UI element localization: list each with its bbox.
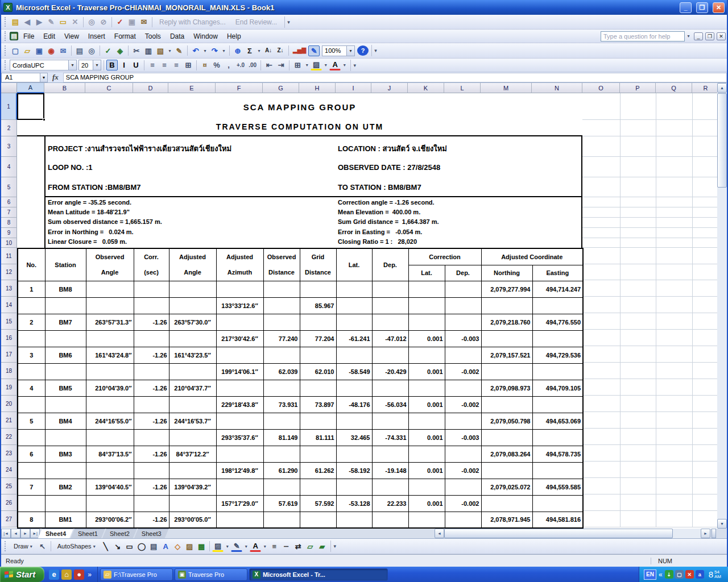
cell[interactable] xyxy=(532,363,583,380)
cell[interactable]: -47.012 xyxy=(372,330,408,347)
cell[interactable] xyxy=(18,330,45,347)
cell[interactable]: -0.002 xyxy=(445,462,481,479)
first-sheet-icon[interactable]: |◄ xyxy=(1,529,11,538)
cell[interactable] xyxy=(134,281,169,297)
cell[interactable]: 494,776.550 xyxy=(532,314,583,330)
cell[interactable] xyxy=(336,413,372,429)
menu-window[interactable]: Window xyxy=(189,31,222,42)
format-painter-icon[interactable]: ✎ xyxy=(173,45,185,56)
column-header-f[interactable]: F xyxy=(216,83,263,93)
cell[interactable] xyxy=(263,297,300,314)
cell[interactable] xyxy=(336,446,372,462)
cell[interactable]: -48.176 xyxy=(336,396,372,413)
cell[interactable] xyxy=(300,413,336,429)
cell[interactable]: 2,078,971.945 xyxy=(481,512,532,528)
menu-view[interactable]: View xyxy=(60,31,84,42)
cell[interactable]: 210°04′37.7″ xyxy=(169,380,216,396)
line-style-icon[interactable]: ≡ xyxy=(268,541,280,552)
fill-color-icon[interactable]: ▨ xyxy=(212,541,224,552)
cell[interactable]: -0.003 xyxy=(445,429,481,446)
cell[interactable]: 0.001 xyxy=(408,363,445,380)
decrease-decimal-icon[interactable]: .00 xyxy=(247,60,258,70)
cell[interactable] xyxy=(336,512,372,528)
scroll-left-icon[interactable]: ◄ xyxy=(435,529,444,538)
scroll-up-icon[interactable]: ▲ xyxy=(717,83,727,93)
cell[interactable] xyxy=(445,446,481,462)
report-title[interactable]: SCA MAPPING GROUP xyxy=(17,93,582,120)
cell[interactable] xyxy=(45,429,86,446)
stat-line[interactable]: Sum observed distance = 1,665.157 m. xyxy=(48,219,162,225)
increase-decimal-icon[interactable]: +.0 xyxy=(235,60,246,70)
cell[interactable] xyxy=(216,512,263,528)
cell[interactable] xyxy=(481,396,532,413)
cell[interactable] xyxy=(336,380,372,396)
cell[interactable]: 2,079,218.760 xyxy=(481,314,532,330)
cell[interactable]: -0.003 xyxy=(445,330,481,347)
cell[interactable] xyxy=(263,512,300,528)
cell[interactable] xyxy=(86,363,134,380)
cell[interactable]: 2,079,098.973 xyxy=(481,380,532,396)
cell[interactable] xyxy=(336,281,372,297)
fill-handle[interactable] xyxy=(43,118,46,121)
toolbar-options-icon[interactable]: ▾ xyxy=(330,541,338,552)
cell[interactable] xyxy=(134,330,169,347)
cell[interactable] xyxy=(263,380,300,396)
row-header-14[interactable]: 14 xyxy=(1,297,17,313)
task-button[interactable]: ▱F:\Traverse Pro xyxy=(100,568,173,581)
merge-center-icon[interactable]: ⊞ xyxy=(183,60,194,70)
align-right-icon[interactable]: ≡ xyxy=(171,60,182,70)
cell[interactable] xyxy=(372,347,408,363)
cell[interactable] xyxy=(263,347,300,363)
percent-icon[interactable]: % xyxy=(211,60,222,70)
cell[interactable] xyxy=(86,495,134,512)
horizontal-scroll-thumb[interactable] xyxy=(444,529,673,538)
cell[interactable] xyxy=(336,314,372,330)
column-header-c[interactable]: C xyxy=(85,83,133,93)
align-center-icon[interactable]: ≡ xyxy=(159,60,170,70)
cell[interactable] xyxy=(408,380,445,396)
row-header-2[interactable]: 2 xyxy=(1,120,17,136)
cell[interactable]: BM8 xyxy=(45,281,86,297)
cell[interactable]: 2,079,157.521 xyxy=(481,347,532,363)
decrease-indent-icon[interactable]: ⇤ xyxy=(263,60,275,70)
cell[interactable]: 293°35′37.6″ xyxy=(216,429,263,446)
cell[interactable]: BM5 xyxy=(45,380,86,396)
cell[interactable] xyxy=(300,347,336,363)
print-icon[interactable]: ▤ xyxy=(74,45,85,56)
cell[interactable] xyxy=(216,380,263,396)
cell[interactable]: 5 xyxy=(18,413,45,429)
autosum-icon[interactable]: Σ xyxy=(244,45,255,56)
cell[interactable]: BM1 xyxy=(45,512,86,528)
stat-line[interactable]: Sum Grid distance = 1,664.387 m. xyxy=(338,219,439,225)
help-icon[interactable]: ? xyxy=(357,45,369,56)
cell[interactable]: 244°16′53.7″ xyxy=(169,413,216,429)
name-box[interactable]: A1 ▾ xyxy=(1,73,48,82)
row-header-17[interactable]: 17 xyxy=(1,346,17,363)
cut-icon[interactable]: ✂ xyxy=(131,45,142,56)
paste-dropdown-icon[interactable]: ▾ xyxy=(167,45,173,56)
cell[interactable] xyxy=(408,281,445,297)
show-desktop-icon[interactable]: ⌂ xyxy=(61,569,72,580)
formula-input[interactable]: SCA MAPPING GROUP xyxy=(63,73,727,82)
cell[interactable]: 0.001 xyxy=(408,429,445,446)
spelling-icon[interactable]: ✓ xyxy=(102,45,114,56)
project-label[interactable]: PROJECT :งานสำรวจรถไฟฟ้ารางเดียวสวนสัตว์… xyxy=(48,143,231,155)
cell[interactable]: -1.26 xyxy=(134,446,169,462)
fill-color-icon[interactable]: ▨ xyxy=(311,60,322,70)
toolbar-options-icon[interactable]: ▾ xyxy=(350,60,358,71)
sort-descending-icon[interactable]: Z↓ xyxy=(275,45,286,56)
cell[interactable]: 62.039 xyxy=(263,363,300,380)
cell[interactable]: -58.549 xyxy=(336,363,372,380)
row-header-25[interactable]: 25 xyxy=(1,478,17,494)
chevron-down-icon[interactable]: ▾ xyxy=(93,60,101,70)
cell[interactable]: -1.26 xyxy=(134,413,169,429)
save-icon[interactable]: ▣ xyxy=(34,45,45,56)
cell[interactable]: 7 xyxy=(18,479,45,495)
edit-comment-icon[interactable]: ✎ xyxy=(46,16,57,27)
row-header-21[interactable]: 21 xyxy=(1,412,17,429)
menu-insert[interactable]: Insert xyxy=(84,31,110,42)
chart-wizard-icon[interactable]: ▂▅▇ xyxy=(291,45,308,56)
increase-indent-icon[interactable]: ⇥ xyxy=(275,60,287,70)
font-color-dropdown-icon[interactable]: ▾ xyxy=(262,541,268,552)
cell[interactable] xyxy=(481,363,532,380)
